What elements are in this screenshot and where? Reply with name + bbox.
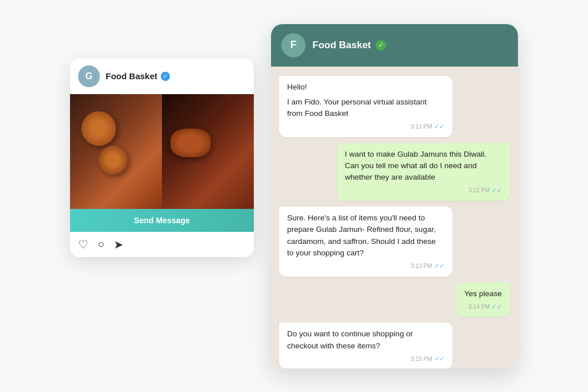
msg-1-line1: Hello! bbox=[287, 81, 444, 93]
msg-1-time: 3:11 PM ✓✓ bbox=[287, 122, 444, 131]
msg-2-text: I want to make Gulab Jamuns this Diwali.… bbox=[345, 149, 502, 184]
insta-verified-badge: ✓ bbox=[161, 72, 170, 81]
tick-icon-2: ✓✓ bbox=[492, 186, 502, 196]
chat-name-row: Food Basket ✓ bbox=[312, 40, 386, 51]
msg-2-time: 3:12 PM ✓✓ bbox=[345, 186, 502, 196]
tick-icon-3: ✓✓ bbox=[434, 261, 444, 271]
insta-image-right bbox=[162, 94, 254, 209]
msg-3-text: Sure. Here's a list of items you'll need… bbox=[287, 212, 444, 259]
msg-5-time: 3:15 PM ✓✓ bbox=[287, 354, 444, 364]
comment-icon[interactable]: ○ bbox=[98, 238, 105, 251]
heart-icon[interactable]: ♡ bbox=[78, 238, 88, 251]
msg-4-time: 3:14 PM ✓✓ bbox=[464, 302, 502, 312]
chat-header: F Food Basket ✓ bbox=[271, 24, 518, 67]
insta-avatar: G bbox=[78, 65, 100, 87]
message-2: I want to make Gulab Jamuns this Diwali.… bbox=[337, 143, 510, 201]
chat-body[interactable]: Hello! I am Fido. Your personal virtual … bbox=[271, 67, 518, 368]
message-3: Sure. Here's a list of items you'll need… bbox=[279, 207, 452, 277]
msg-3-time: 3:13 PM ✓✓ bbox=[287, 261, 444, 271]
msg-5-text: Do you want to continue shopping or chec… bbox=[287, 328, 444, 352]
message-1: Hello! I am Fido. Your personal virtual … bbox=[279, 76, 452, 137]
insta-header: G Food Basket ✓ bbox=[70, 59, 254, 94]
instagram-card: G Food Basket ✓ Send Message ♡ ○ ➤ bbox=[70, 59, 254, 257]
chat-name: Food Basket bbox=[312, 40, 371, 51]
tick-icon-4: ✓✓ bbox=[492, 302, 502, 312]
msg-1-line2: I am Fido. Your personal virtual assista… bbox=[287, 96, 444, 120]
insta-name-wrap: Food Basket ✓ bbox=[106, 71, 170, 81]
tick-icon-5: ✓✓ bbox=[434, 354, 444, 364]
insta-image-left bbox=[70, 94, 162, 209]
insta-actions: ♡ ○ ➤ bbox=[70, 232, 254, 257]
insta-send-button[interactable]: Send Message bbox=[70, 209, 254, 232]
msg-4-text: Yes please bbox=[464, 288, 502, 300]
scene: G Food Basket ✓ Send Message ♡ ○ ➤ F Foo… bbox=[70, 24, 518, 368]
message-4: Yes please 3:14 PM ✓✓ bbox=[456, 282, 510, 317]
chat-avatar: F bbox=[281, 33, 305, 57]
insta-image-grid bbox=[70, 94, 254, 209]
insta-name: Food Basket bbox=[106, 71, 157, 81]
whatsapp-chat-card: F Food Basket ✓ Hello! I am Fido. Your p… bbox=[271, 24, 518, 368]
message-5: Do you want to continue shopping or chec… bbox=[279, 323, 452, 368]
share-icon[interactable]: ➤ bbox=[114, 238, 123, 251]
tick-icon: ✓✓ bbox=[434, 122, 444, 131]
chat-verified-badge: ✓ bbox=[376, 40, 386, 51]
